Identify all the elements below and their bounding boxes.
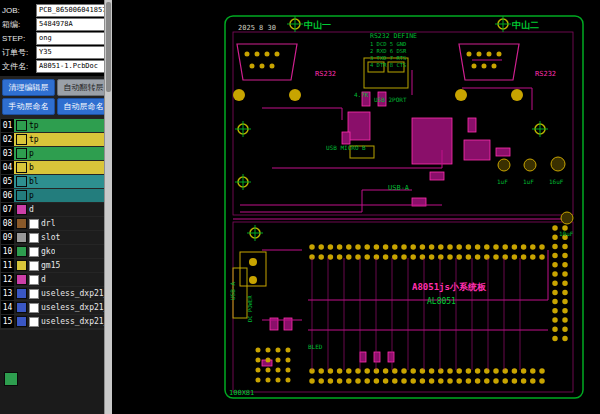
label-rs232-define-line: 2 RXD 6 DSR [370,48,407,54]
job-field-row: STEP: ong [2,32,110,45]
layer-list: 01 tp 02 tp 03 p 04 b 05 bl 06 [0,118,112,330]
layer-color-chip[interactable] [16,316,27,327]
layer-color-chip[interactable] [16,120,27,131]
layer-color-chip[interactable] [16,246,27,257]
layer-row[interactable]: 01 tp [1,119,111,132]
layer-name: d [41,275,46,284]
layer-row[interactable]: 10 gko [1,245,111,258]
layer-name: tp [29,135,39,144]
cam-viewer-window: JOB: PCB_8650060418578534400 箱编: 5484978… [0,0,600,414]
pcb-canvas[interactable]: 2025 8 30 中山一 中山二 RS232 DEFINE 1 DCD 5 G… [112,0,600,414]
layer-row[interactable]: 06 p [1,189,111,202]
label-rs232-define-line: 3 TXD 7 RTS [370,55,406,61]
electrolytic-caps [498,157,573,224]
sidebar-button[interactable]: 自动翻转层 [57,79,110,96]
layer-row[interactable]: 05 bl [1,175,111,188]
layer-color-chip[interactable] [16,302,27,313]
label-bled: BLED [308,343,323,350]
layer-color-chip[interactable] [16,190,27,201]
layer-row[interactable]: 08 drl [1,217,111,230]
layer-color-chip[interactable] [16,260,27,271]
field-label: 文件名: [2,61,36,72]
layer-row[interactable]: 03 p [1,147,111,160]
layer-color-chip[interactable] [16,288,27,299]
dc-power-jack [240,252,266,286]
layer-row[interactable]: 09 slot [1,231,111,244]
layer-color-chip[interactable] [16,218,27,229]
label-rs232-left: RS232 [315,70,336,78]
layer-checkbox[interactable] [29,233,39,243]
layer-checkbox[interactable] [29,261,39,271]
bus-traces [312,258,520,370]
job-fields: JOB: PCB_8650060418578534400 箱编: 5484978… [0,0,112,76]
label-rs232-right: RS232 [535,70,556,78]
layer-number: 04 [1,161,14,174]
layer-color-chip[interactable] [16,274,27,285]
db9-right [455,44,523,101]
layer-number: 10 [1,245,14,258]
sidebar-button[interactable]: 手动层命名 [2,98,55,115]
crosshair-icon [495,16,511,32]
layer-row[interactable]: 12 d [1,273,111,286]
layer-name: useless_dxp21_pcb_865 [41,289,111,298]
layer-name: b [29,163,34,172]
layer-row[interactable]: 14 useless_dxp21_pcb_865 [1,301,111,314]
layer-color-chip[interactable] [16,232,27,243]
layer-checkbox[interactable] [29,289,39,299]
sidebar-scrollbar[interactable] [104,0,112,414]
label-cap-10uf: 10uF [559,230,574,237]
label-board-subtitle: AL8051 [427,297,456,306]
label-cap-1uf: 1uF [523,178,534,185]
field-value[interactable]: 5484978A [36,18,110,31]
layer-row[interactable]: 04 b [1,161,111,174]
label-rs232-define-line: 1 DCD 5 GND [370,41,406,47]
label-fiducial-site-1: 中山一 [304,20,331,30]
layer-checkbox[interactable] [29,247,39,257]
field-value[interactable]: ong [36,32,110,45]
label-cap-16uf: 16uF [549,178,564,185]
field-value[interactable]: PCB_8650060418578534400 [36,4,110,17]
layer-number: 11 [1,259,14,272]
layer-name: useless_dxp21_pcb_865 [41,317,111,326]
layer-name: useless_dxp21_pcb_865 [41,303,111,312]
pad-rows [258,228,565,381]
layer-checkbox[interactable] [29,275,39,285]
scrollbar-thumb[interactable] [106,2,111,92]
board-outline [225,16,583,398]
traces-bottom [262,250,548,330]
sidebar-button[interactable]: 清理编辑层 [2,79,55,96]
active-color-chip[interactable] [4,372,18,386]
layer-color-chip[interactable] [16,162,27,173]
layer-checkbox[interactable] [29,219,39,229]
traces-top [240,60,532,212]
layer-color-chip[interactable] [16,176,27,187]
layer-number: 08 [1,217,14,230]
layer-color-chip[interactable] [16,148,27,159]
layer-name: gm15 [41,261,60,270]
field-value[interactable]: A8051-1.PcbDoc [36,60,110,73]
layer-checkbox[interactable] [29,317,39,327]
layer-number: 13 [1,287,14,300]
fiducial-icon [532,121,548,137]
job-field-row: JOB: PCB_8650060418578534400 [2,4,110,17]
label-usb-a-center: USB-A [388,184,410,192]
job-field-row: 文件名: A8051-1.PcbDoc [2,60,110,73]
field-label: JOB: [2,6,36,15]
layer-row[interactable]: 02 tp [1,133,111,146]
sidebar-button[interactable]: 自动层命名 [57,98,110,115]
field-value[interactable]: Y35 [36,46,110,59]
layer-color-chip[interactable] [16,134,27,145]
pcb-viewport[interactable]: 2025 8 30 中山一 中山二 RS232 DEFINE 1 DCD 5 G… [112,0,600,414]
layer-row[interactable]: 15 useless_dxp21_pcb_865 [1,315,111,328]
layer-number: 06 [1,189,14,202]
layer-color-chip[interactable] [16,204,27,215]
job-field-row: 箱编: 5484978A [2,18,110,31]
layer-row[interactable]: 11 gm15 [1,259,111,272]
label-fiducial-site-2: 中山二 [512,20,539,30]
layer-name: gko [41,247,55,256]
layer-checkbox[interactable] [29,303,39,313]
layer-row[interactable]: 07 d [1,203,111,216]
layer-number: 03 [1,147,14,160]
layer-row[interactable]: 13 useless_dxp21_pcb_865 [1,287,111,300]
label-dc-power: DC POWER [247,295,253,322]
